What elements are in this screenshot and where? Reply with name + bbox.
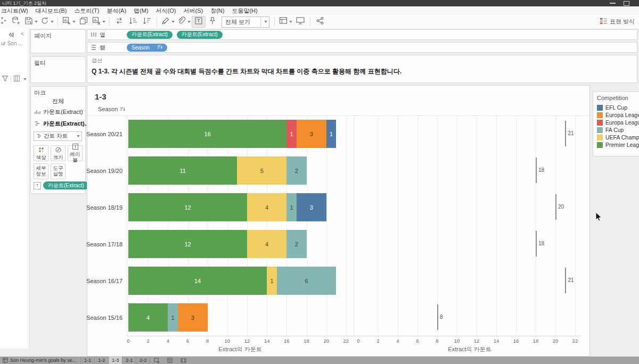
bar-segment[interactable]: 6 — [277, 267, 337, 295]
swap-rows-columns-button[interactable] — [112, 16, 126, 28]
group-members-caret-icon[interactable] — [187, 21, 191, 23]
new-data-source-button[interactable] — [9, 16, 23, 28]
clear-sheet-button[interactable] — [91, 16, 106, 28]
row-label[interactable]: Season 16/17 — [87, 262, 122, 299]
row-label[interactable]: Season 19/20 — [87, 152, 122, 189]
clear-sheet-caret-icon[interactable] — [102, 21, 105, 23]
gantt-mark[interactable] — [565, 121, 566, 146]
bar-segment[interactable]: 1 — [267, 267, 277, 295]
analytics-tab-fragment[interactable]: 석 — [9, 31, 14, 39]
bar-segment[interactable]: 3 — [297, 120, 326, 148]
bar-segment[interactable]: 14 — [128, 267, 267, 295]
show-me-button[interactable]: 표현 방식 — [600, 17, 635, 26]
menu-item-1[interactable]: 대시보드(B) — [32, 6, 71, 15]
marks-button-label[interactable]: 레이블 — [68, 145, 83, 161]
bar-segment[interactable]: 2 — [286, 156, 306, 185]
x-axis-title-right[interactable]: Extract의 카운트 — [358, 345, 581, 353]
group-members-button[interactable] — [176, 16, 192, 28]
pages-shelf[interactable]: 페이지 — [30, 29, 86, 53]
tableau-logo-button[interactable] — [0, 16, 9, 28]
sheet-tab-2-2[interactable]: 2-2 — [136, 357, 150, 364]
marks-button-color[interactable]: 색상 — [34, 145, 48, 161]
gantt-mark[interactable] — [437, 304, 438, 330]
bar-segment[interactable]: 11 — [128, 156, 237, 185]
fix-axes-button[interactable] — [206, 16, 219, 28]
menu-item-8[interactable]: 도움말(H) — [228, 6, 261, 15]
presentation-mode-button[interactable] — [293, 16, 307, 28]
legend-item-0[interactable]: EFL Cup — [597, 104, 627, 111]
menu-item-5[interactable]: 서식(O) — [152, 6, 180, 15]
fit-dropdown-caret[interactable] — [260, 17, 269, 27]
gantt-mark[interactable] — [536, 158, 537, 183]
bar-segment[interactable]: 3 — [297, 193, 326, 221]
sort-icon[interactable] — [120, 106, 125, 112]
view-data-icon[interactable] — [13, 75, 20, 84]
row-field-header[interactable]: Season — [98, 106, 125, 112]
rows-shelf[interactable]: 행 Season — [87, 42, 637, 53]
share-button[interactable] — [313, 16, 327, 28]
show-hide-cards-caret-icon[interactable] — [289, 21, 292, 23]
sheet-tab-2-1[interactable]: 2-1 — [122, 357, 136, 364]
sort-ascending-button[interactable] — [126, 16, 140, 28]
caption-card[interactable]: 캡션 Q 1-3. 각 시즌별 전체 골 수와 대회별 득점수를 간트 차트와 … — [87, 55, 637, 83]
new-worksheet-button[interactable] — [61, 16, 77, 28]
save-button[interactable] — [23, 16, 39, 28]
marks-label-pill[interactable]: 카운트(Extract) — [43, 181, 89, 189]
bar-segment[interactable]: 1 — [326, 120, 337, 148]
collapse-pane-icon[interactable]: < — [21, 31, 24, 37]
filters-shelf[interactable]: 필터 — [30, 56, 86, 83]
menu-item-4[interactable]: 맵(M) — [130, 6, 152, 15]
bar-segment[interactable]: 2 — [286, 230, 306, 258]
gantt-mark[interactable] — [555, 194, 556, 220]
save-caret-icon[interactable] — [35, 21, 38, 23]
columns-pill-0[interactable]: 카운트(Extract) — [127, 31, 173, 39]
row-label[interactable]: Season 17/18 — [87, 226, 122, 262]
bar-segment[interactable]: 4 — [128, 303, 168, 332]
highlight-caret-icon[interactable] — [171, 21, 175, 23]
row-label[interactable]: Season 20/21 — [87, 115, 122, 152]
legend-item-3[interactable]: FA Cup — [597, 127, 624, 133]
new-worksheet-tab-icon[interactable] — [150, 358, 163, 363]
marks-button-detail[interactable]: 세부 정보 — [34, 163, 48, 179]
new-worksheet-caret-icon[interactable] — [72, 21, 76, 23]
legend-item-4[interactable]: UEFA Champions League — [597, 134, 639, 140]
row-label[interactable]: Season 18/19 — [87, 189, 122, 226]
bar-segment[interactable]: 4 — [247, 230, 286, 258]
refresh-data-button[interactable] — [39, 16, 55, 28]
marks-field-0[interactable]: 카운트(Extract) — [34, 108, 83, 116]
minimize-icon[interactable] — [610, 3, 616, 4]
gantt-mark[interactable] — [565, 268, 566, 293]
datasource-name-fragment[interactable]: ur Son ... — [1, 40, 23, 46]
legend-item-1[interactable]: Europa League — [597, 112, 639, 118]
menu-item-3[interactable]: 분석(A) — [103, 6, 130, 15]
new-dashboard-tab-icon[interactable] — [163, 358, 177, 363]
new-story-tab-icon[interactable] — [177, 358, 190, 363]
marks-button-tooltip[interactable]: 도구 설명 — [51, 163, 65, 179]
bar-segment[interactable]: 3 — [178, 303, 208, 332]
x-axis-title-left[interactable]: Extract의 카운트 — [128, 345, 352, 353]
menu-item-7[interactable]: 창(N) — [207, 6, 228, 15]
row-label[interactable]: Season 15/16 — [87, 299, 122, 336]
legend-item-5[interactable]: Premier League — [597, 142, 639, 148]
bar-segment[interactable]: 1 — [286, 193, 297, 221]
bar-segment[interactable]: 5 — [237, 156, 286, 185]
highlight-button[interactable] — [160, 16, 176, 28]
bar-segment[interactable]: 4 — [247, 193, 286, 221]
sheet-tab-1-1[interactable]: 1-1 — [80, 357, 95, 364]
bar-segment[interactable]: 12 — [128, 193, 247, 221]
show-mark-labels-button[interactable] — [192, 16, 206, 28]
datasource-tab[interactable]: Son Heung-min's goals by se... — [0, 358, 80, 363]
bar-segment[interactable]: 12 — [128, 230, 247, 258]
columns-shelf[interactable]: 열 카운트(Extract)카운트(Extract) — [87, 29, 637, 40]
bar-segment[interactable]: 1 — [168, 303, 178, 332]
columns-pill-1[interactable]: 카운트(Extract) — [177, 31, 223, 39]
menu-item-2[interactable]: 스토리(T) — [70, 6, 103, 15]
fit-dropdown[interactable]: 전체 보기 — [222, 16, 269, 28]
menu-item-0[interactable]: 크시트(W) — [0, 6, 32, 15]
filter-icon[interactable] — [2, 75, 9, 84]
marks-field-1[interactable]: 카운트(Extract)... — [34, 120, 89, 128]
sort-descending-button[interactable] — [140, 16, 154, 28]
menu-item-6[interactable]: 서버(S) — [180, 6, 207, 15]
rows-pill-0[interactable]: Season — [127, 44, 167, 52]
marks-tab-all[interactable]: 전체 — [31, 97, 85, 105]
